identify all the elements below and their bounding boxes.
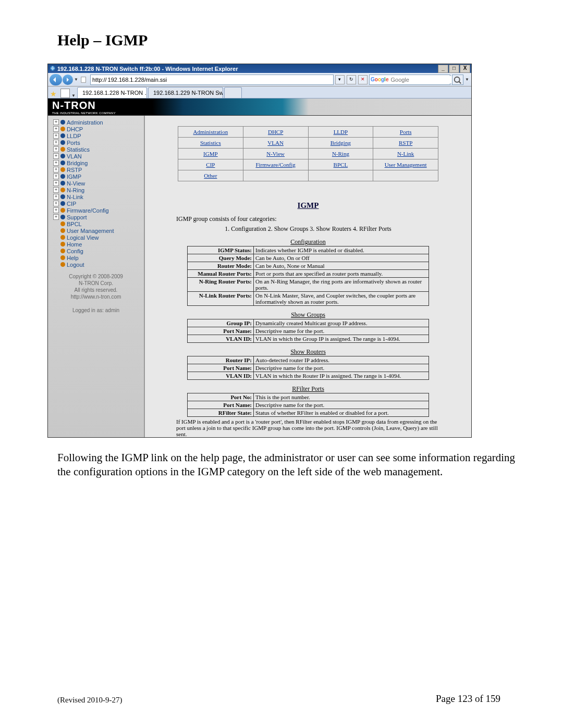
sidebar-item-nlink[interactable]: +N-Link bbox=[48, 193, 144, 200]
help-nav-cell[interactable]: Ports bbox=[373, 127, 438, 138]
help-nav-cell[interactable]: N-Ring bbox=[308, 149, 373, 159]
help-nav-cell[interactable]: N-Link bbox=[373, 149, 438, 159]
expand-icon[interactable]: + bbox=[53, 174, 59, 179]
help-nav-cell[interactable]: RSTP bbox=[373, 138, 438, 149]
sidebar-item-dhcp[interactable]: +DHCP bbox=[48, 126, 144, 132]
help-nav-link[interactable]: VLAN bbox=[267, 140, 284, 146]
expand-icon[interactable]: + bbox=[53, 207, 59, 213]
help-nav-link[interactable]: Ports bbox=[400, 129, 412, 135]
page-icon bbox=[80, 76, 88, 83]
section-heading: Show Routers bbox=[145, 348, 471, 356]
expand-icon[interactable]: + bbox=[53, 160, 59, 166]
help-nav-link[interactable]: DHCP bbox=[268, 129, 283, 135]
back-button[interactable] bbox=[50, 74, 62, 85]
new-tab-button[interactable] bbox=[224, 87, 242, 98]
help-nav-cell[interactable]: Bridging bbox=[308, 138, 373, 149]
help-nav-cell[interactable]: DHCP bbox=[243, 127, 308, 138]
search-dropdown-icon[interactable]: ▼ bbox=[464, 77, 470, 82]
window-titlebar[interactable]: 192.168.1.228 N-TRON Switch ff:2b:00 - W… bbox=[48, 64, 471, 73]
help-nav-link[interactable]: RSTP bbox=[399, 140, 412, 146]
url-input[interactable] bbox=[107, 76, 332, 83]
help-nav-link[interactable]: Other bbox=[204, 172, 217, 179]
help-nav-link[interactable]: N-Link bbox=[397, 151, 414, 157]
dropdown-icon[interactable]: ▾ bbox=[335, 75, 345, 84]
sidebar-item-vlan[interactable]: +VLAN bbox=[48, 153, 144, 159]
search-box[interactable]: Google bbox=[369, 75, 450, 85]
sidebar-item-administration[interactable]: +Administration bbox=[48, 119, 144, 126]
sidebar-item-rstp[interactable]: +RSTP bbox=[48, 166, 144, 173]
refresh-icon[interactable]: ↻ bbox=[347, 75, 356, 84]
def-label: Port Name: bbox=[188, 401, 254, 409]
sidebar-item-lldp[interactable]: +LLDP bbox=[48, 132, 144, 139]
help-nav-cell[interactable]: Firmware/Config bbox=[243, 159, 308, 170]
help-nav-link[interactable]: Administration bbox=[193, 129, 228, 135]
sidebar-label: Bridging bbox=[67, 160, 88, 166]
tab-active[interactable]: 192.168.1.228 N-TRON … × bbox=[77, 87, 147, 98]
expand-icon[interactable]: + bbox=[53, 133, 59, 139]
sidebar-item-nring[interactable]: +N-Ring bbox=[48, 187, 144, 193]
minimize-button[interactable]: _ bbox=[438, 65, 448, 73]
quick-tabs-icon[interactable] bbox=[60, 89, 70, 98]
expand-icon[interactable]: + bbox=[53, 194, 59, 200]
help-nav-link[interactable]: N-Ring bbox=[332, 151, 349, 157]
help-nav-cell[interactable]: Administration bbox=[178, 127, 243, 138]
sidebar-item-firmwareconfig[interactable]: +Firmware/Config bbox=[48, 207, 144, 214]
tabs-dropdown-icon[interactable]: ▼ bbox=[71, 93, 76, 98]
help-nav-cell[interactable]: Statistics bbox=[178, 138, 243, 149]
sidebar-item-usermanagement[interactable]: User Management bbox=[48, 227, 144, 234]
sidebar-item-logicalview[interactable]: Logical View bbox=[48, 234, 144, 241]
sidebar-item-cip[interactable]: +CIP bbox=[48, 200, 144, 207]
expand-icon[interactable]: + bbox=[53, 153, 59, 159]
search-button[interactable] bbox=[452, 75, 463, 85]
help-nav-cell[interactable]: IGMP bbox=[178, 149, 243, 159]
sidebar-item-bridging[interactable]: +Bridging bbox=[48, 159, 144, 166]
close-button[interactable]: X bbox=[460, 65, 470, 73]
expand-icon[interactable]: + bbox=[53, 119, 59, 125]
expand-icon[interactable]: + bbox=[53, 187, 59, 193]
favorites-icon[interactable]: ★ bbox=[50, 90, 58, 98]
help-nav-link[interactable]: Firmware/Config bbox=[255, 162, 295, 168]
help-nav-cell[interactable]: Other bbox=[178, 170, 243, 181]
expand-icon[interactable]: + bbox=[53, 140, 59, 145]
expand-icon[interactable]: + bbox=[53, 167, 59, 172]
sidebar-item-bpcl[interactable]: BPCL bbox=[48, 220, 144, 227]
help-nav-cell[interactable]: BPCL bbox=[308, 159, 373, 170]
help-nav-link[interactable]: IGMP bbox=[203, 151, 218, 157]
help-nav-link[interactable]: N-View bbox=[266, 151, 285, 157]
expand-icon[interactable]: + bbox=[53, 201, 59, 206]
def-label: Port Name: bbox=[188, 364, 254, 372]
help-nav-link[interactable]: LLDP bbox=[334, 129, 348, 135]
help-nav-cell[interactable]: LLDP bbox=[308, 127, 373, 138]
maximize-button[interactable]: □ bbox=[449, 65, 459, 73]
history-dropdown-icon[interactable]: ▼ bbox=[74, 77, 79, 82]
sidebar-label: Support bbox=[67, 214, 87, 220]
brand-banner: N-TRON THE INDUSTRIAL NETWORK COMPANY bbox=[48, 98, 471, 116]
sidebar-item-igmp[interactable]: +IGMP bbox=[48, 173, 144, 180]
sidebar-item-support[interactable]: +Support bbox=[48, 214, 144, 220]
help-nav-link[interactable]: CIP bbox=[206, 162, 215, 168]
address-bar[interactable]: http:// bbox=[90, 75, 334, 85]
help-nav-link[interactable]: User Management bbox=[385, 162, 427, 168]
tab-inactive[interactable]: 192.168.1.229 N-TRON Swit... bbox=[148, 87, 223, 98]
sidebar-item-logout[interactable]: Logout bbox=[48, 261, 144, 268]
stop-icon[interactable]: ✕ bbox=[358, 75, 368, 84]
sidebar-item-statistics[interactable]: +Statistics bbox=[48, 146, 144, 153]
sidebar-label: N-Link bbox=[67, 194, 83, 200]
help-nav-cell[interactable]: CIP bbox=[178, 159, 243, 170]
expand-icon[interactable]: + bbox=[53, 180, 59, 186]
help-nav-cell[interactable]: User Management bbox=[373, 159, 438, 170]
expand-icon[interactable]: + bbox=[53, 126, 59, 132]
expand-icon[interactable]: + bbox=[53, 214, 59, 220]
forward-button[interactable] bbox=[63, 75, 73, 85]
help-nav-link[interactable]: BPCL bbox=[334, 162, 348, 168]
help-nav-link[interactable]: Bridging bbox=[331, 140, 351, 146]
help-nav-cell[interactable]: N-View bbox=[243, 149, 308, 159]
sidebar-item-ports[interactable]: +Ports bbox=[48, 139, 144, 146]
sidebar-item-help[interactable]: Help bbox=[48, 254, 144, 261]
expand-icon[interactable]: + bbox=[53, 146, 59, 152]
help-nav-cell[interactable]: VLAN bbox=[243, 138, 308, 149]
sidebar-item-nview[interactable]: +N-View bbox=[48, 180, 144, 187]
help-nav-link[interactable]: Statistics bbox=[200, 140, 221, 146]
sidebar-item-home[interactable]: Home bbox=[48, 241, 144, 248]
sidebar-item-config[interactable]: Config bbox=[48, 248, 144, 254]
